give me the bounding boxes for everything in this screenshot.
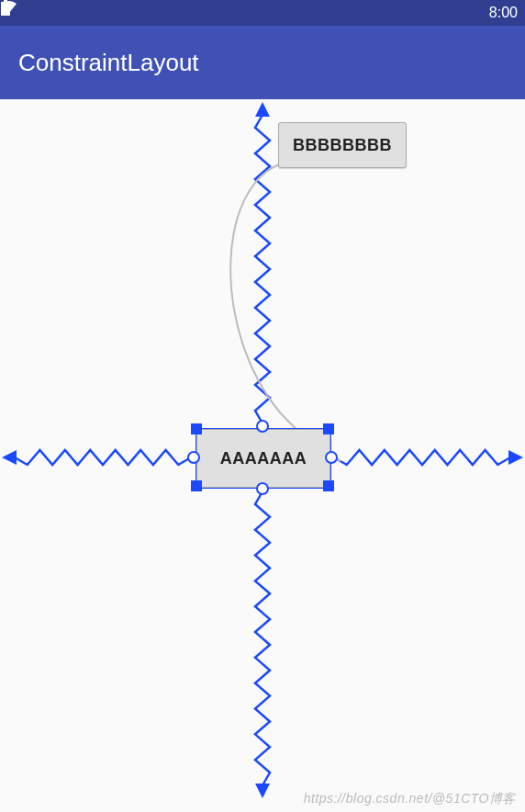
status-time: 8:00 (489, 5, 518, 21)
svg-marker-3 (255, 784, 270, 798)
app-title: ConstraintLayout (18, 49, 199, 77)
app-bar: ConstraintLayout (0, 26, 525, 99)
status-bar: 8:00 (0, 0, 525, 26)
svg-marker-4 (2, 450, 17, 465)
resize-handle-nw[interactable] (191, 423, 202, 434)
widget-a-label: AAAAAAA (220, 449, 307, 468)
widget-b[interactable]: BBBBBBBB (278, 122, 407, 168)
svg-rect-1 (4, 0, 7, 2)
anchor-left[interactable] (187, 451, 200, 464)
resize-handle-sw[interactable] (191, 480, 202, 491)
widget-b-label: BBBBBBBB (293, 136, 392, 155)
anchor-right[interactable] (325, 451, 338, 464)
widget-a[interactable]: AAAAAAA (196, 429, 330, 488)
resize-handle-ne[interactable] (323, 423, 334, 434)
anchor-top[interactable] (256, 420, 269, 433)
resize-handle-se[interactable] (323, 480, 334, 491)
svg-marker-2 (255, 102, 270, 117)
svg-rect-0 (1, 2, 10, 16)
svg-marker-5 (508, 450, 523, 465)
design-canvas[interactable]: BBBBBBBB AAAAAAA https://blog.csdn.net/@… (0, 99, 525, 812)
watermark: https://blog.csdn.net/@51CTO博客 (304, 791, 516, 807)
anchor-bottom[interactable] (256, 482, 269, 495)
